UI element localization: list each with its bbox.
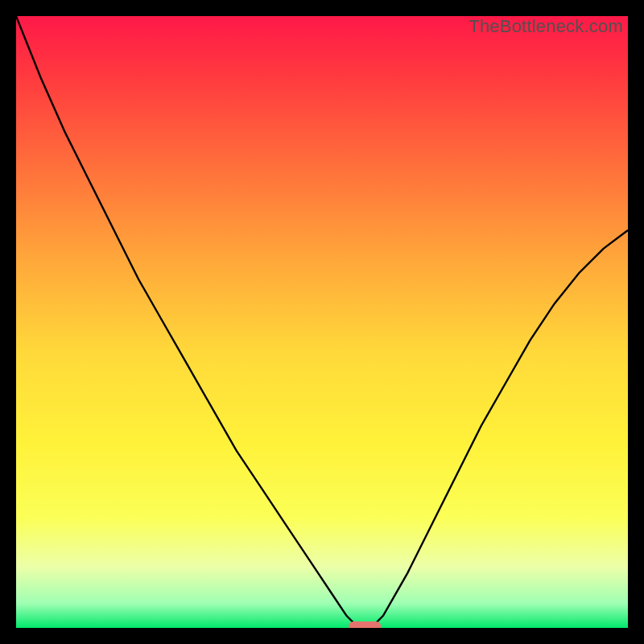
optimal-marker — [349, 621, 381, 628]
watermark-text: TheBottleneck.com — [469, 16, 623, 37]
chart-frame: TheBottleneck.com — [16, 16, 628, 628]
bottleneck-chart — [16, 16, 628, 628]
gradient-background — [16, 16, 628, 628]
